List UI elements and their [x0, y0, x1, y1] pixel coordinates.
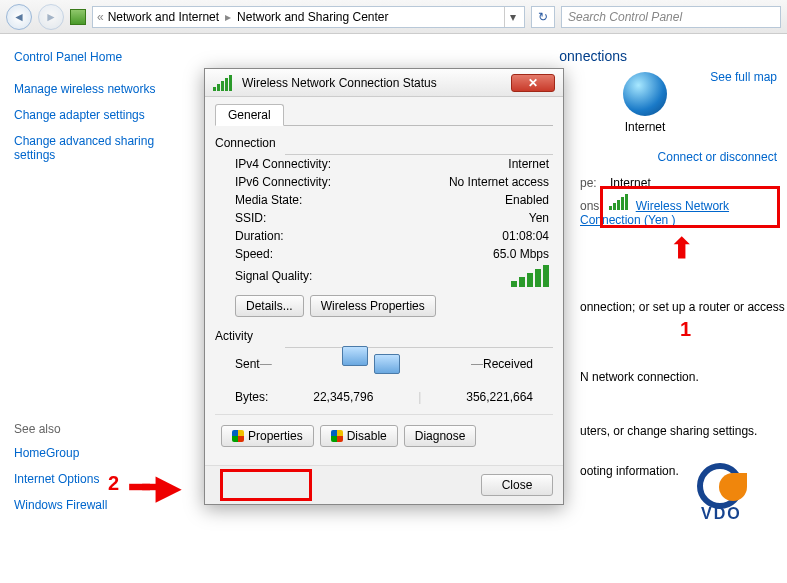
connect-disconnect-link[interactable]: Connect or disconnect — [658, 150, 777, 164]
content-text-3: uters, or change sharing settings. — [580, 424, 757, 438]
search-placeholder: Search Control Panel — [568, 10, 682, 24]
duration-label: Duration: — [235, 229, 284, 243]
shield-icon — [331, 430, 343, 442]
wireless-status-dialog: Wireless Network Connection Status ✕ Gen… — [204, 68, 564, 505]
vdo-logo: VDO — [687, 463, 767, 523]
sidebar-change-advanced-sharing[interactable]: Change advanced sharing settings — [14, 134, 186, 162]
refresh-button[interactable]: ↻ — [531, 6, 555, 28]
breadcrumb-separator: ▸ — [225, 10, 231, 24]
internet-label: Internet — [623, 120, 667, 134]
speed-value: 65.0 Mbps — [493, 247, 549, 261]
content-text-4: ooting information. — [580, 464, 679, 478]
sidebar-change-adapter[interactable]: Change adapter settings — [14, 108, 186, 122]
close-icon[interactable]: ✕ — [511, 74, 555, 92]
details-button[interactable]: Details... — [235, 295, 304, 317]
see-also-windows-firewall[interactable]: Windows Firewall — [14, 498, 186, 512]
bytes-sent-value: 22,345,796 — [313, 390, 373, 404]
forward-button[interactable]: ► — [38, 4, 64, 30]
dialog-title: Wireless Network Connection Status — [242, 76, 505, 90]
bytes-received-value: 356,221,664 — [466, 390, 533, 404]
media-state-label: Media State: — [235, 193, 302, 207]
dialog-titlebar[interactable]: Wireless Network Connection Status ✕ — [205, 69, 563, 97]
connection-group-label: Connection — [215, 136, 553, 150]
breadcrumb-dropdown-icon[interactable]: ▾ — [504, 7, 520, 27]
wireless-properties-button[interactable]: Wireless Properties — [310, 295, 436, 317]
breadcrumb-level1[interactable]: Network and Internet — [108, 10, 219, 24]
annotation-label-1: 1 — [680, 318, 691, 341]
shield-icon — [232, 430, 244, 442]
ipv4-label: IPv4 Connectivity: — [235, 157, 331, 171]
see-full-map-link[interactable]: See full map — [710, 70, 777, 84]
access-type-label: pe: — [580, 176, 597, 190]
tab-general[interactable]: General — [215, 104, 284, 126]
breadcrumb-level2[interactable]: Network and Sharing Center — [237, 10, 388, 24]
annotation-arrow-1: ⬆ — [670, 232, 693, 265]
content-text-1: onnection; or set up a router or access — [580, 300, 785, 314]
sent-label: Sent — [235, 357, 260, 371]
breadcrumb-root-icon: « — [97, 10, 104, 24]
content-text-2: N network connection. — [580, 370, 699, 384]
activity-group-label: Activity — [215, 329, 553, 343]
signal-bars-icon — [609, 194, 628, 210]
media-state-value: Enabled — [505, 193, 549, 207]
control-panel-icon — [70, 9, 86, 25]
speed-label: Speed: — [235, 247, 273, 261]
received-label: Received — [483, 357, 533, 371]
wireless-connection-link[interactable]: Wireless Network Connection (Yen ) — [580, 199, 729, 227]
duration-value: 01:08:04 — [502, 229, 549, 243]
access-type-value: Internet — [610, 176, 651, 190]
internet-globe-icon — [623, 72, 667, 116]
wifi-icon — [213, 75, 232, 91]
ipv6-value: No Internet access — [449, 175, 549, 189]
see-also-homegroup[interactable]: HomeGroup — [14, 446, 186, 460]
ipv4-value: Internet — [508, 157, 549, 171]
connections-heading: onnections — [559, 48, 627, 64]
see-also-internet-options[interactable]: Internet Options — [14, 472, 186, 486]
tab-strip: General — [215, 103, 553, 126]
ssid-label: SSID: — [235, 211, 266, 225]
bytes-label: Bytes: — [235, 390, 268, 404]
disable-button[interactable]: Disable — [320, 425, 398, 447]
address-bar: ◄ ► « Network and Internet ▸ Network and… — [0, 0, 787, 34]
properties-button[interactable]: Properties — [221, 425, 314, 447]
ssid-value: Yen — [529, 211, 549, 225]
activity-monitors-icon — [336, 344, 406, 384]
signal-quality-bars-icon — [511, 265, 549, 287]
sidebar-manage-wireless[interactable]: Manage wireless networks — [14, 82, 186, 96]
breadcrumb[interactable]: « Network and Internet ▸ Network and Sha… — [92, 6, 525, 28]
ipv6-label: IPv6 Connectivity: — [235, 175, 331, 189]
control-panel-home-link[interactable]: Control Panel Home — [14, 50, 186, 64]
close-button[interactable]: Close — [481, 474, 553, 496]
sidebar: Control Panel Home Manage wireless netwo… — [0, 34, 200, 583]
signal-quality-label: Signal Quality: — [235, 269, 312, 283]
annotation-label-2: 2 — [108, 472, 119, 495]
search-input[interactable]: Search Control Panel — [561, 6, 781, 28]
see-also-label: See also — [14, 422, 186, 436]
diagnose-button[interactable]: Diagnose — [404, 425, 477, 447]
back-button[interactable]: ◄ — [6, 4, 32, 30]
connections-label: ons: — [580, 199, 603, 213]
